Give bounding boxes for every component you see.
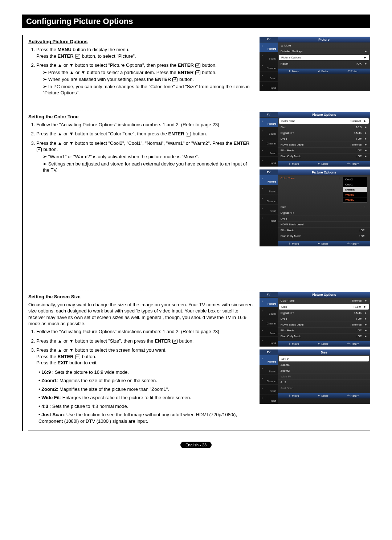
bullet: 4:3 : Sets the picture to 4:3 normal mod… [38,403,254,410]
step: Press the ▲ or ▼ button to select the sc… [36,347,254,366]
step: Press the ▲ or ▼ button to select "Size"… [36,338,254,344]
step: Press the ▲ or ▼ button to select "Color… [36,131,254,137]
step: Follow the "Activating Picture Options" … [36,328,254,335]
note: In PC mode, you can only make changes to… [43,83,254,96]
osd-size-list: TV▪Picture▪Sound▪Channel▪Setup▪InputSize… [260,349,370,404]
bullet: Zoom1: Magnifies the size of the picture… [38,377,254,384]
enter-icon: ↵ [75,54,80,59]
note: Settings can be adjusted and stored for … [43,161,254,173]
page-title: Configuring Picture Options [22,15,370,28]
step: Press the MENU button to display the men… [36,46,254,59]
osd-size-highlight: TV▪Picture▪Sound▪Channel▪Setup▪InputPict… [260,292,370,347]
step: Follow the "Activating Picture Options" … [36,122,254,128]
heading-colortone: Setting the Color Tone [28,114,254,119]
bullet: Wide Fit: Enlarges the aspect ratio of t… [38,394,254,401]
intro-text: Occasionally, you may want to change the… [28,302,254,327]
note: Press the ▲ or ▼ button to select a part… [43,69,254,76]
osd-picture-options: TV▪Picture▪Sound▪Channel▪Setup▪InputPict… [260,112,370,167]
heading-activating: Activating Picture Options [28,39,254,44]
bullet: Just Scan: Use the function to see the f… [38,412,254,424]
note: "Warm1" or "Warm2" is only activated whe… [43,154,254,160]
osd-picture-menu: TV▪Picture▪Sound▪Channel▪Setup▪InputPict… [260,37,370,91]
osd-colortone-dropdown: TV▪Picture▪Sound▪Channel▪Setup▪InputPict… [260,169,370,246]
enter-icon: ↵ [195,63,200,68]
heading-screensize: Setting the Screen Size [28,294,254,299]
page-footer: English - 23 [180,442,212,448]
bullet: 16:9 : Sets the picture to 16:9 wide mod… [38,369,254,376]
bullet: Zoom2: Magnifies the size of the picture… [38,386,254,393]
note: When you are satisfied with your setting… [43,76,254,83]
step: Press the ▲ or ▼ button to select "Cool2… [36,140,254,173]
step: Press the ▲ or ▼ button to select "Pictu… [36,62,254,96]
